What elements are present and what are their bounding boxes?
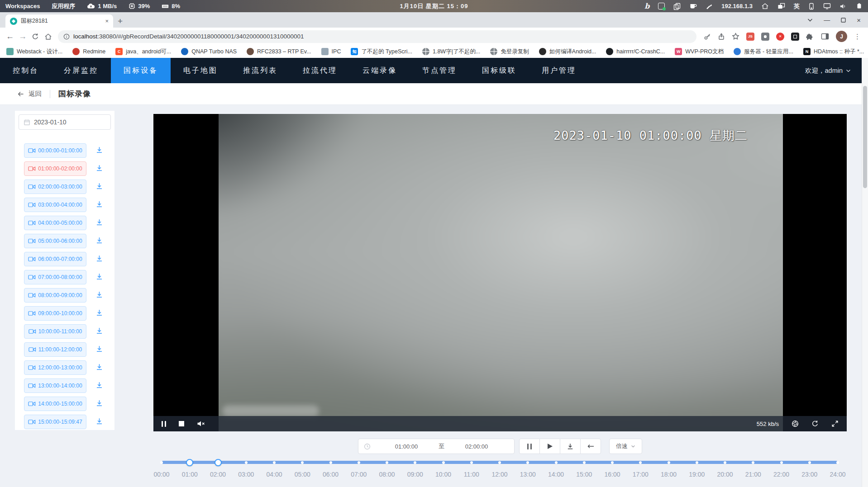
battery-icon[interactable] (856, 3, 863, 9)
time-range-picker[interactable]: 01:00:00 至 02:00:00 (358, 439, 515, 454)
bookmark-item[interactable]: N HDAtmos :: 种子 *... (803, 48, 864, 56)
extension-icon[interactable] (761, 33, 769, 41)
download-record-button[interactable] (95, 182, 104, 191)
record-time-button[interactable]: 14:00:00-15:00:00 (24, 397, 86, 411)
timeline-handle[interactable] (215, 459, 222, 466)
bookmark-item[interactable]: Webstack - 设计... (6, 48, 62, 56)
snapshot-button[interactable] (792, 420, 799, 427)
user-menu[interactable]: 欢迎，admin (805, 66, 851, 75)
seek-back-button[interactable] (580, 439, 601, 454)
page-scrollbar[interactable] (862, 58, 868, 487)
download-record-button[interactable] (95, 399, 104, 408)
nav-tab-1[interactable]: 分屏监控 (51, 58, 111, 83)
record-time-button[interactable]: 11:00:00-12:00:00 (24, 342, 86, 357)
extensions-puzzle-icon[interactable] (806, 33, 814, 41)
browser-menu-icon[interactable]: ⋮ (854, 33, 861, 41)
start-time[interactable]: 01:00:00 (374, 443, 439, 450)
download-record-button[interactable] (95, 218, 104, 227)
download-record-button[interactable] (95, 255, 104, 264)
download-record-button[interactable] (95, 164, 104, 173)
password-key-icon[interactable] (704, 33, 711, 40)
nav-tab-7[interactable]: 节点管理 (410, 58, 469, 83)
browser-tab[interactable]: 国标28181 × (5, 14, 113, 28)
window-stack-icon[interactable] (777, 3, 785, 9)
clipboard-copy-icon[interactable] (673, 3, 681, 10)
record-time-button[interactable]: 07:00:00-08:00:00 (24, 270, 86, 284)
bookmark-item[interactable]: 如何编译Android... (539, 48, 596, 56)
profile-avatar[interactable]: J (836, 31, 847, 42)
download-record-button[interactable] (95, 363, 104, 372)
player-pause-button[interactable] (162, 421, 166, 427)
bookmark-star-icon[interactable] (732, 33, 739, 40)
bookmark-item[interactable]: 免登录复制 (490, 48, 529, 56)
nav-tab-4[interactable]: 推流列表 (230, 58, 290, 83)
nav-tab-8[interactable]: 国标级联 (469, 58, 529, 83)
download-record-button[interactable] (95, 417, 104, 426)
nav-tab-2[interactable]: 国标设备 (111, 58, 171, 83)
nav-tab-3[interactable]: 电子地图 (171, 58, 230, 83)
tab-close-icon[interactable]: × (105, 18, 109, 24)
nav-tab-5[interactable]: 拉流代理 (290, 58, 350, 83)
record-time-button[interactable]: 06:00:00-07:00:00 (24, 252, 86, 266)
bing-tray-icon[interactable]: b (644, 3, 649, 10)
extension-js-icon[interactable]: JS (746, 33, 754, 41)
back-button[interactable]: 返回 (17, 90, 42, 98)
play-button[interactable] (539, 439, 560, 454)
record-time-button[interactable]: 05:00:00-06:00:00 (24, 234, 86, 248)
timeline-handle[interactable] (186, 459, 193, 466)
bookmark-item[interactable]: hairrrrr/C-CrashC... (606, 48, 665, 55)
download-record-button[interactable] (95, 291, 104, 300)
workspaces-button[interactable]: Workspaces (5, 3, 40, 9)
extension-blocker-icon[interactable]: ✕ (776, 33, 784, 41)
applications-menu[interactable]: 应用程序 (52, 2, 75, 10)
record-time-button[interactable]: 01:00:00-02:00:00 (24, 161, 86, 176)
input-method-icon[interactable] (658, 3, 665, 9)
nav-tab-0[interactable]: 控制台 (0, 58, 51, 83)
timeline-track[interactable] (162, 461, 838, 464)
nav-tab-6[interactable]: 云端录像 (350, 58, 410, 83)
bookmark-item[interactable]: 服务器 - 轻量应用... (734, 48, 793, 56)
bookmark-item[interactable]: IPC (321, 48, 341, 55)
window-minimize-button[interactable]: — (824, 16, 830, 24)
bookmark-item[interactable]: 1.8W字|了不起的... (422, 48, 480, 56)
record-time-button[interactable]: 03:00:00-04:00:00 (24, 198, 86, 212)
record-time-button[interactable]: 09:00:00-10:00:00 (24, 306, 86, 321)
download-record-button[interactable] (95, 146, 104, 155)
site-info-icon[interactable] (63, 33, 70, 40)
record-time-button[interactable]: 12:00:00-13:00:00 (24, 360, 86, 375)
browser-forward-button[interactable]: → (16, 30, 29, 43)
record-time-button[interactable]: 04:00:00-05:00:00 (24, 216, 86, 230)
extension-dark-icon[interactable] (791, 33, 799, 41)
player-stop-button[interactable] (179, 421, 184, 426)
browser-reload-button[interactable] (29, 30, 42, 43)
bookmark-item[interactable]: RFC2833 – RTP Ev... (247, 48, 311, 55)
download-record-button[interactable] (95, 309, 104, 318)
bookmark-item[interactable]: C java、android可... (115, 48, 171, 56)
download-record-button[interactable] (95, 327, 104, 336)
coffee-cup-icon[interactable] (689, 3, 697, 9)
download-record-button[interactable] (95, 200, 104, 209)
end-time[interactable]: 02:00:00 (444, 443, 509, 450)
bookmark-item[interactable]: Redmine (72, 48, 105, 55)
date-picker[interactable]: 2023-01-10 (19, 114, 111, 130)
nav-tab-9[interactable]: 用户管理 (529, 58, 589, 83)
record-time-button[interactable]: 02:00:00-03:00:00 (24, 180, 86, 194)
browser-back-button[interactable]: ← (4, 30, 16, 43)
record-time-button[interactable]: 08:00:00-09:00:00 (24, 288, 86, 303)
download-record-button[interactable] (95, 381, 104, 390)
bookmark-item[interactable]: W WVP-PRO文档 (675, 48, 724, 56)
new-tab-button[interactable]: + (118, 17, 123, 25)
input-language-indicator[interactable]: 英 (794, 2, 800, 10)
pause-button[interactable] (519, 439, 540, 454)
tab-search-chevron-icon[interactable] (807, 18, 813, 22)
fullscreen-button[interactable] (831, 420, 839, 427)
screen-rotate-icon[interactable] (808, 3, 815, 10)
share-icon[interactable] (718, 33, 725, 40)
browser-home-button[interactable] (42, 30, 54, 43)
record-time-button[interactable]: 10:00:00-11:00:00 (24, 324, 86, 339)
record-time-button[interactable]: 15:00:00-15:09:47 (24, 415, 86, 429)
video-player[interactable]: 2023-01-10 01:00:00 星期二 552 kb/s (153, 114, 847, 431)
window-close-button[interactable]: × (857, 16, 861, 24)
download-record-button[interactable] (95, 236, 104, 246)
home-tray-icon[interactable] (761, 3, 769, 9)
